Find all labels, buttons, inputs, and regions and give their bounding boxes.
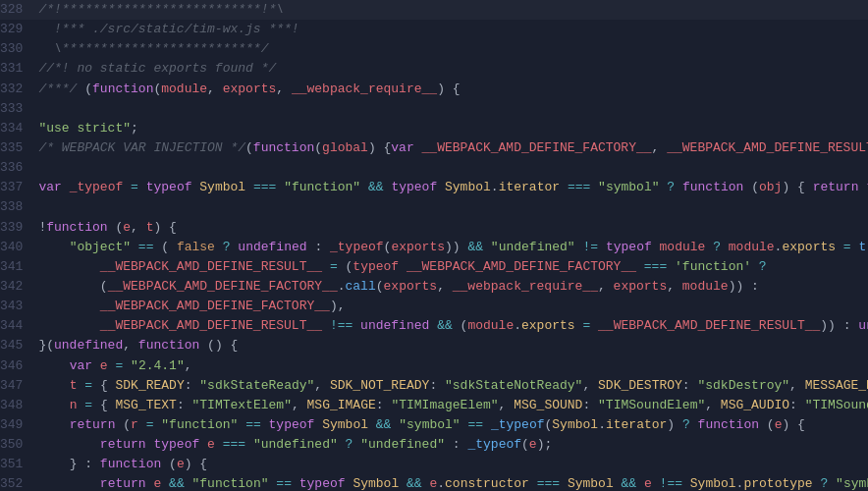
line-number: 338 xyxy=(0,197,38,217)
table-row: 342 (__WEBPACK_AMD_DEFINE_FACTORY__.call… xyxy=(0,277,868,297)
line-number: 332 xyxy=(0,80,38,99)
line-content: return e && "function" == typeof Symbol … xyxy=(38,474,868,491)
line-content: (__WEBPACK_AMD_DEFINE_FACTORY__.call(exp… xyxy=(38,277,758,297)
line-number: 328 xyxy=(0,0,38,20)
table-row: 332/***/ (function(module, exports, __we… xyxy=(0,80,868,99)
line-content: var e = "2.4.1", xyxy=(38,356,191,376)
line-content: var _typeof = typeof Symbol === "functio… xyxy=(38,178,868,197)
line-content: n = { MSG_TEXT: "TIMTextElem", MSG_IMAGE… xyxy=(38,396,868,415)
table-row: 331//*! no static exports found */ xyxy=(0,59,868,79)
line-content: __WEBPACK_AMD_DEFINE_RESULT__ = (typeof … xyxy=(38,257,766,277)
line-number: 344 xyxy=(0,316,38,336)
table-row: 335/* WEBPACK VAR INJECTION */(function(… xyxy=(0,138,868,158)
line-number: 334 xyxy=(0,119,38,138)
table-row: 334"use strict"; xyxy=(0,119,868,138)
code-editor: 328/*!**************************!*\329 !… xyxy=(0,0,868,491)
line-content: //*! no static exports found */ xyxy=(38,59,276,79)
line-number: 329 xyxy=(0,20,38,39)
table-row: 337var _typeof = typeof Symbol === "func… xyxy=(0,178,868,197)
line-number: 330 xyxy=(0,39,38,59)
table-row: 349 return (r = "function" == typeof Sym… xyxy=(0,415,868,435)
table-row: 343 __WEBPACK_AMD_DEFINE_FACTORY__), xyxy=(0,297,868,316)
line-number: 341 xyxy=(0,257,38,277)
line-content: /*!**************************!*\ xyxy=(38,0,284,20)
line-number: 337 xyxy=(0,178,38,197)
line-content: /* WEBPACK VAR INJECTION */(function(glo… xyxy=(38,138,868,158)
line-content: t = { SDK_READY: "sdkStateReady", SDK_NO… xyxy=(38,376,868,396)
table-row: 352 return e && "function" == typeof Sym… xyxy=(0,474,868,491)
table-row: 340 "object" == ( false ? undefined : _t… xyxy=(0,238,868,257)
line-content: return (r = "function" == typeof Symbol … xyxy=(38,415,804,435)
line-number: 343 xyxy=(0,297,38,316)
table-row: 345}(undefined, function () { xyxy=(0,336,868,355)
line-number: 335 xyxy=(0,138,38,158)
line-number: 336 xyxy=(0,158,38,178)
line-content: /***/ (function(module, exports, __webpa… xyxy=(38,80,460,99)
table-row: 351 } : function (e) { xyxy=(0,455,868,474)
table-row: 347 t = { SDK_READY: "sdkStateReady", SD… xyxy=(0,376,868,396)
table-row: 329 !*** ./src/static/tim-wx.js ***! xyxy=(0,20,868,39)
table-row: 336 xyxy=(0,158,868,178)
line-number: 331 xyxy=(0,59,38,79)
line-content: }(undefined, function () { xyxy=(38,336,238,355)
table-row: 344 __WEBPACK_AMD_DEFINE_RESULT__ !== un… xyxy=(0,316,868,336)
line-number: 349 xyxy=(0,415,38,435)
table-row: 341 __WEBPACK_AMD_DEFINE_RESULT__ = (typ… xyxy=(0,257,868,277)
table-row: 333 xyxy=(0,99,868,119)
line-number: 339 xyxy=(0,218,38,238)
line-number: 352 xyxy=(0,474,38,491)
line-content: !function (e, t) { xyxy=(38,218,177,238)
table-row: 350 return typeof e === "undefined" ? "u… xyxy=(0,435,868,455)
table-row: 328/*!**************************!*\ xyxy=(0,0,868,20)
table-row: 339!function (e, t) { xyxy=(0,218,868,238)
table-row: 330 \**************************/ xyxy=(0,39,868,59)
line-number: 333 xyxy=(0,99,38,119)
line-number: 346 xyxy=(0,356,38,376)
line-number: 348 xyxy=(0,396,38,415)
line-number: 350 xyxy=(0,435,38,455)
line-content: __WEBPACK_AMD_DEFINE_FACTORY__), xyxy=(38,297,345,316)
table-row: 348 n = { MSG_TEXT: "TIMTextElem", MSG_I… xyxy=(0,396,868,415)
line-content: __WEBPACK_AMD_DEFINE_RESULT__ !== undefi… xyxy=(38,316,868,336)
line-content: \**************************/ xyxy=(38,39,268,59)
line-number: 340 xyxy=(0,238,38,257)
line-content: "object" == ( false ? undefined : _typeo… xyxy=(38,238,868,257)
line-content: !*** ./src/static/tim-wx.js ***! xyxy=(38,20,298,39)
line-content: return typeof e === "undefined" ? "undef… xyxy=(38,435,552,455)
line-number: 345 xyxy=(0,336,38,355)
line-number: 351 xyxy=(0,455,38,474)
code-lines: 328/*!**************************!*\329 !… xyxy=(0,0,868,491)
table-row: 346 var e = "2.4.1", xyxy=(0,356,868,376)
line-content: } : function (e) { xyxy=(38,455,207,474)
line-number: 347 xyxy=(0,376,38,396)
line-content: "use strict"; xyxy=(38,119,137,138)
table-row: 338 xyxy=(0,197,868,217)
line-number: 342 xyxy=(0,277,38,297)
